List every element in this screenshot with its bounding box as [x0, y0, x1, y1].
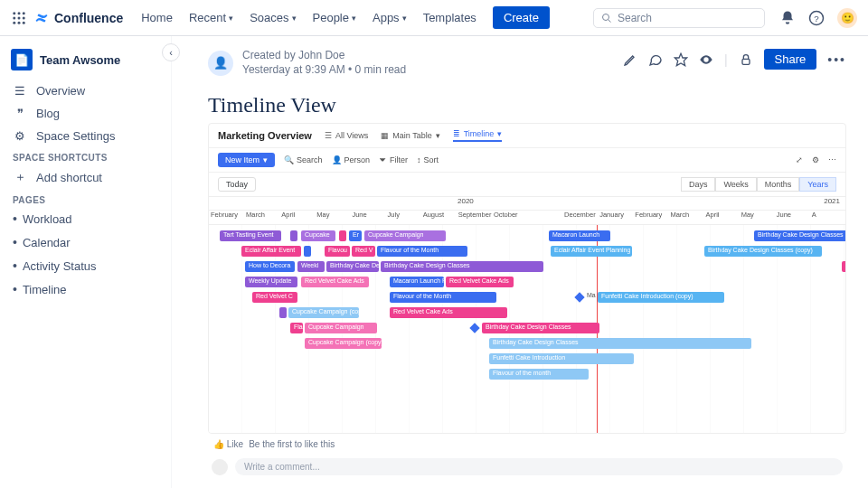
bar[interactable] [304, 246, 311, 257]
bar[interactable]: Red Velvet Cake Ads [446, 277, 514, 287]
created-by: Created by John Doe [242, 49, 406, 63]
period-years[interactable]: Years [799, 177, 836, 192]
help-icon[interactable]: ? [808, 10, 825, 26]
nav-people[interactable]: People▾ [306, 7, 363, 28]
nav-home[interactable]: Home [134, 7, 180, 28]
bar[interactable]: Er [349, 230, 362, 241]
milestone[interactable] [574, 293, 584, 303]
search-input[interactable]: Search [593, 8, 765, 28]
bar[interactable]: Cupcake [301, 230, 335, 241]
bar[interactable]: Flavour of the Month [390, 292, 496, 303]
bar[interactable]: Weekly Update [245, 277, 297, 287]
share-button[interactable]: Share [764, 49, 817, 70]
nav-spaces[interactable]: Soaces▾ [242, 7, 303, 28]
author-avatar[interactable]: 👤 [208, 51, 233, 76]
bar[interactable]: How to Decora [245, 261, 295, 272]
bar[interactable]: Eclair Affair Event [241, 246, 301, 257]
confluence-logo-icon [34, 11, 49, 25]
milestone-label: Ma [587, 292, 596, 298]
bar[interactable] [339, 230, 346, 241]
sidebar-overview[interactable]: ☰Overview [9, 80, 167, 102]
comment-input[interactable]: Write a comment... [235, 458, 843, 475]
restrictions-icon[interactable] [739, 52, 753, 67]
bar[interactable]: Birthday Cake Design Classes [482, 323, 599, 333]
bar[interactable]: Funfetti Cake Introduction (copy) [598, 292, 724, 303]
comment-icon[interactable] [648, 52, 663, 67]
nav-recent[interactable]: Recent▾ [182, 7, 241, 28]
bar[interactable] [290, 230, 297, 241]
settings-icon[interactable]: ⚙ [812, 155, 819, 164]
period-weeks[interactable]: Weeks [715, 177, 756, 192]
bar[interactable]: Weekl [297, 261, 325, 272]
bar[interactable]: Cupcake Campaign [305, 323, 377, 333]
bar[interactable]: Birthday Cake Design Classes [489, 338, 751, 349]
page-workload[interactable]: Workload [9, 207, 167, 230]
year-2020: 2020 [458, 197, 474, 205]
bar[interactable] [279, 307, 287, 318]
nav-apps[interactable]: Apps▾ [365, 7, 414, 28]
chevron-down-icon: ▾ [352, 14, 356, 23]
comment-avatar [212, 459, 228, 475]
overview-icon: ☰ [13, 84, 27, 98]
add-shortcut[interactable]: ＋Add shortcut [9, 164, 167, 190]
like-button[interactable]: 👍 Like [213, 439, 243, 449]
expand-icon[interactable]: ⤢ [796, 155, 803, 164]
bar[interactable]: Cupcake Campaign (cop [288, 307, 359, 318]
bar[interactable]: Tart Tasting Event [220, 230, 281, 241]
sidebar-blog[interactable]: ❞Blog [9, 102, 167, 125]
watch-icon[interactable] [699, 52, 713, 67]
bar[interactable]: Birthday Cake Design Classes [381, 261, 543, 272]
toolbar-sort[interactable]: ↕ Sort [417, 155, 439, 164]
edit-icon[interactable] [623, 52, 637, 67]
space-name[interactable]: Team Awsome [40, 53, 120, 67]
view-table[interactable]: ▦ Main Table ▾ [381, 131, 439, 140]
bar[interactable]: Red Velvet Cake Ads [390, 307, 507, 318]
toolbar-filter[interactable]: ⏷ Filter [379, 155, 408, 164]
create-button[interactable]: Create [493, 6, 550, 29]
period-days[interactable]: Days [681, 177, 716, 192]
bar[interactable]: Flavour of the Month [377, 246, 467, 257]
svg-point-5 [23, 16, 25, 19]
period-months[interactable]: Months [757, 177, 800, 192]
brand[interactable]: Confluence [34, 11, 123, 25]
bar[interactable]: Macaron Launch [549, 230, 610, 241]
page-activity-status[interactable]: Activity Status [9, 254, 167, 277]
view-timeline[interactable]: ≣ Timeline ▾ [453, 129, 503, 142]
bar[interactable]: Birthday Cake Design Classes [754, 230, 845, 241]
bar[interactable]: Red Velvet C [252, 292, 297, 303]
bell-icon[interactable] [779, 10, 796, 26]
new-item-button[interactable]: New Item ▾ [218, 153, 275, 167]
more-icon[interactable]: ⋯ [828, 155, 836, 164]
svg-line-10 [609, 19, 611, 22]
toolbar-person[interactable]: 👤 Person [332, 155, 371, 164]
bar[interactable]: Birthday Cake Design Classes (copy) [704, 246, 822, 257]
bar[interactable]: Red V [352, 246, 375, 257]
bar[interactable]: Cupcake Campaign [364, 230, 446, 241]
page-timeline[interactable]: Timeline [9, 277, 167, 301]
like-status: Be the first to like this [249, 439, 335, 449]
bar[interactable]: Red Velvet Cake Ads [301, 277, 369, 287]
nav-templates[interactable]: Templates [416, 7, 484, 28]
bar[interactable]: Funfetti Cake Introduction [489, 353, 634, 364]
page-calendar[interactable]: Calendar [9, 230, 167, 254]
bar[interactable]: Fla [290, 323, 303, 333]
sidebar-settings[interactable]: ⚙Space Settings [9, 125, 167, 147]
bar[interactable]: Macaron Launch P [390, 277, 444, 287]
more-icon[interactable]: ••• [827, 52, 846, 67]
board-title[interactable]: Marketing Overview [218, 130, 312, 141]
milestone[interactable] [469, 324, 479, 333]
toolbar-search[interactable]: 🔍 Search [284, 155, 323, 164]
bar[interactable]: Flavour of the month [489, 369, 589, 380]
bar[interactable]: Birthday Cake Desi [326, 261, 379, 272]
avatar[interactable]: 🙂 [837, 8, 857, 28]
bar[interactable]: Eclair Affair Event Planning [551, 246, 632, 257]
star-icon[interactable] [674, 52, 688, 67]
svg-point-3 [13, 16, 15, 19]
bar[interactable]: Flavou [325, 246, 350, 257]
svg-point-6 [13, 21, 15, 23]
view-all[interactable]: ☰ All Views [325, 131, 368, 140]
bar[interactable]: Cupcake Campaign (copy) [305, 338, 382, 349]
apps-switcher-icon[interactable] [11, 10, 27, 26]
bar[interactable]: Flavour of t [842, 261, 845, 272]
today-button[interactable]: Today [218, 177, 256, 192]
